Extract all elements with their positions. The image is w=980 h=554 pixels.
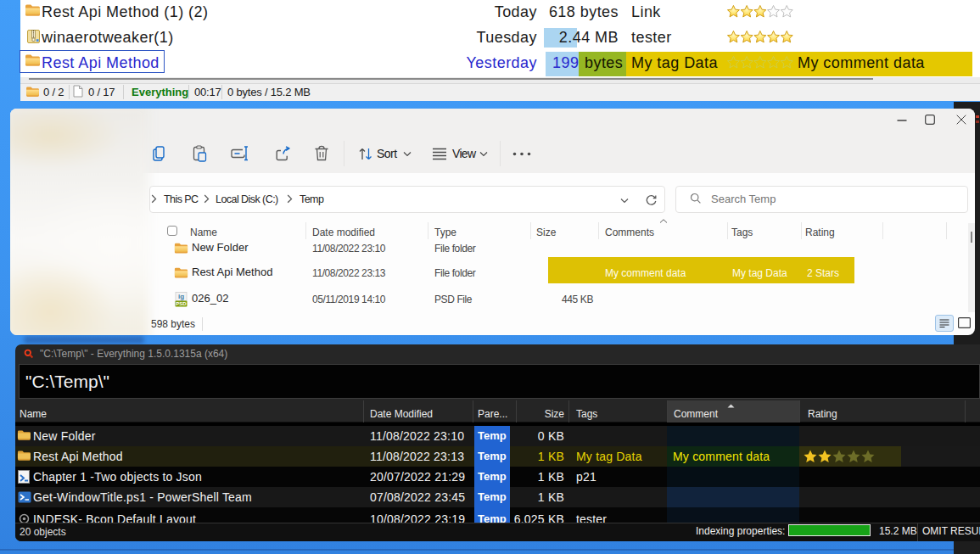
- svg-text:ig: ig: [178, 293, 184, 300]
- svg-text:PSD: PSD: [176, 301, 187, 306]
